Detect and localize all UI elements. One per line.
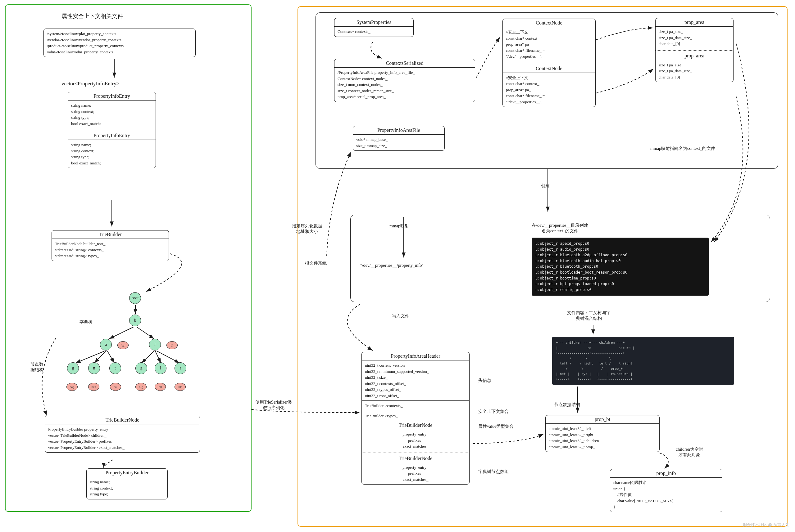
trie-arr-label: 字典树节点数组 xyxy=(478,469,509,475)
node-l2: l xyxy=(155,362,166,374)
pbt-title: prop_bt xyxy=(546,415,659,424)
pie-title-1: PropertyInfoEntry xyxy=(68,92,156,100)
pa-body-1: size_t pa_size_ size_t pa_data_size_ cha… xyxy=(655,27,733,49)
tree-ascii: +--- children ---+--- children ---+ | ro… xyxy=(552,337,734,385)
node-t: t xyxy=(109,362,121,374)
node-root: root xyxy=(129,292,141,304)
sp-body: Contexts* contexts_ xyxy=(335,27,413,37)
context-node-box-1: ContextNode //安全上下文 const char* context_… xyxy=(503,19,596,107)
files-text: /system/etc/selinux/plat_property_contex… xyxy=(44,29,195,57)
piaf-body: void* mmap_base_ size_t mmap_size_ xyxy=(353,135,445,150)
hdr-label: 头信息 xyxy=(478,378,491,383)
ctx-label: 安全上下文集合 xyxy=(478,409,509,414)
sp-title: SystemProperties xyxy=(335,18,413,27)
trie-builder-node-box: TrieBuilderNode PropertyEntryBuilder pro… xyxy=(45,416,200,453)
children-label: children为空时 才有此对象 xyxy=(676,447,703,458)
leaf-blg: blg xyxy=(135,383,147,391)
tree-label: 字典树 xyxy=(79,320,93,325)
peb-title: PropertyEntryBuilder xyxy=(87,469,167,477)
contexts-serialized-box: ContextsSerialized /PropertyInfoAreaFile… xyxy=(334,59,475,102)
propinfo-path: "/dev/__properties__/property_info" xyxy=(360,263,423,268)
tbn-n2: TrieBuilderNode xyxy=(362,454,469,462)
content-label: 文件内容：二叉树与字 典树混合结构 xyxy=(567,310,611,321)
pinfo-title: prop_info xyxy=(610,469,722,478)
pinfo-body: char name[0]属性名 union { //属性值 char value… xyxy=(610,478,722,512)
node-g: g xyxy=(67,362,79,374)
pa-title-1: prop_area xyxy=(655,18,733,27)
serialize-label: 使用TrieSerializer类 进行序列化 xyxy=(255,400,292,411)
node-ds-label: 节点数 据结构 xyxy=(31,362,43,373)
node-l: l xyxy=(149,339,161,350)
write-label: 写入文件 xyxy=(392,313,409,319)
cs-title: ContextsSerialized xyxy=(335,59,475,68)
leaf-bat: bat xyxy=(110,383,121,391)
node-t2: t xyxy=(175,362,186,374)
tb-title: TrieBuilder xyxy=(52,230,169,239)
cn-body-2: //安全上下文 const char* context_ prop_area* … xyxy=(503,73,595,107)
trie-builder-box: TrieBuilder TrieBuilderNode builder_root… xyxy=(52,230,169,261)
prop-area-box: prop_area size_t pa_size_ size_t pa_data… xyxy=(655,18,734,82)
piah-title: PropertyInfoAreaHeader xyxy=(362,352,469,360)
leaf-bll: bll xyxy=(155,383,166,391)
mmap-label: mmap映射 xyxy=(390,223,409,229)
node-a: a xyxy=(100,339,112,350)
files-box: /system/etc/selinux/plat_property_contex… xyxy=(43,28,196,57)
tbn-body: PropertyEntryBuilder property_entry_ vec… xyxy=(45,424,200,452)
cs-body: /PropertyInfoAreaFile property_info_area… xyxy=(335,68,475,102)
tbn-title: TrieBuilderNode xyxy=(45,416,200,424)
property-info-area-header-box: PropertyInfoAreaHeader uint32_t current_… xyxy=(361,352,470,484)
tbn-nb2: property_entry_ prefixes_ exact_matches_ xyxy=(362,462,469,484)
tbn-nb1: property_entry_ prefixes_ exact_matches_ xyxy=(362,429,469,451)
rootfs-label: 根文件系统 xyxy=(305,261,327,266)
peb-body: string name; string context; string type… xyxy=(87,477,167,499)
devdir-label: 在/dev/__properties__目录创建 名为context_的文件 xyxy=(532,223,588,234)
tb-types: TrieBuilder->types_ xyxy=(362,411,469,421)
type-label: 属性value类型集合 xyxy=(478,424,514,429)
cn-title-2: ContextNode xyxy=(503,64,595,73)
cn-title-1: ContextNode xyxy=(503,19,595,27)
watermark: 掘金技术社区 @ 深言人生 xyxy=(743,522,790,528)
tbn-n1: TrieBuilderNode xyxy=(362,421,469,429)
tb-ctx: TrieBuilder->contexts_ xyxy=(362,400,469,411)
node-n: n xyxy=(88,362,100,374)
property-info-entry-box: PropertyInfoEntry string name; string co… xyxy=(68,92,156,168)
property-info-area-file-box: PropertyInfoAreaFile void* mmap_base_ si… xyxy=(353,126,445,151)
create-label: 创建 xyxy=(541,183,550,189)
system-properties-box: SystemProperties Contexts* contexts_ xyxy=(334,18,414,37)
tb-body: TrieBuilderNode builder_root_ std::set<s… xyxy=(52,239,169,261)
piah-body: uint32_t current_version_ uint32_t minim… xyxy=(362,360,469,400)
mmap-file-label: mmap映射指向名为context_的文件 xyxy=(650,146,715,151)
addr-label: 指定序列化数据 地址和大小 xyxy=(292,223,322,234)
pie-body-2: string name; string context; string type… xyxy=(68,140,156,168)
node-ds-label2: 节点数据结构 xyxy=(554,402,580,407)
pie-title-2: PropertyInfoEntry xyxy=(68,132,156,140)
pbt-body: atomic_uint_least32_t left atomic_uint_l… xyxy=(546,424,659,452)
leaf-bl: bl xyxy=(166,341,178,349)
prop-info-box: prop_info char name[0]属性名 union { //属性值 … xyxy=(610,469,722,512)
leaf-blt: blt xyxy=(175,383,186,391)
selinux-code: u:object_r:apexd_prop:s0 u:object_r:audi… xyxy=(532,238,709,296)
leaf-ba: ba xyxy=(118,341,129,349)
pie-body-1: string name; string context; string type… xyxy=(68,100,156,129)
piaf-title: PropertyInfoAreaFile xyxy=(353,126,445,135)
pa-body-2: size_t pa_size_ size_t pa_data_size_ cha… xyxy=(655,60,733,82)
leaf-ban: ban xyxy=(88,383,100,391)
leaf-bag: bag xyxy=(67,383,78,391)
vector-label: vector<PropertyInfoEntry> xyxy=(61,81,119,87)
property-entry-builder-box: PropertyEntryBuilder string name; string… xyxy=(86,469,168,499)
pa-title-2: prop_area xyxy=(655,52,733,60)
node-b: b xyxy=(129,315,141,326)
left-title: 属性安全上下文相关文件 xyxy=(61,13,123,20)
node-g2: g xyxy=(135,362,147,374)
prop-bt-box: prop_bt atomic_uint_least32_t left atomi… xyxy=(545,415,660,452)
cn-body-1: //安全上下文 const char* context_ prop_area* … xyxy=(503,27,595,61)
